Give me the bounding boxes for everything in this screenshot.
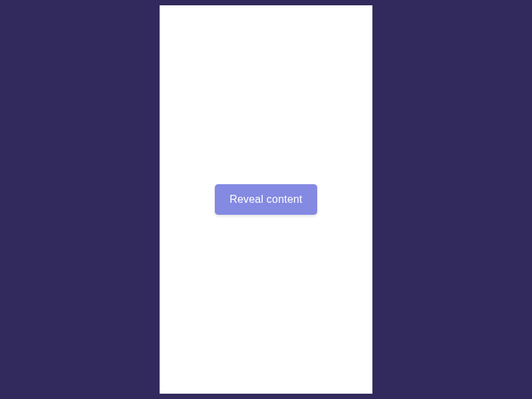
- reveal-content-button[interactable]: Reveal content: [215, 184, 317, 215]
- content-panel: Reveal content: [160, 5, 372, 394]
